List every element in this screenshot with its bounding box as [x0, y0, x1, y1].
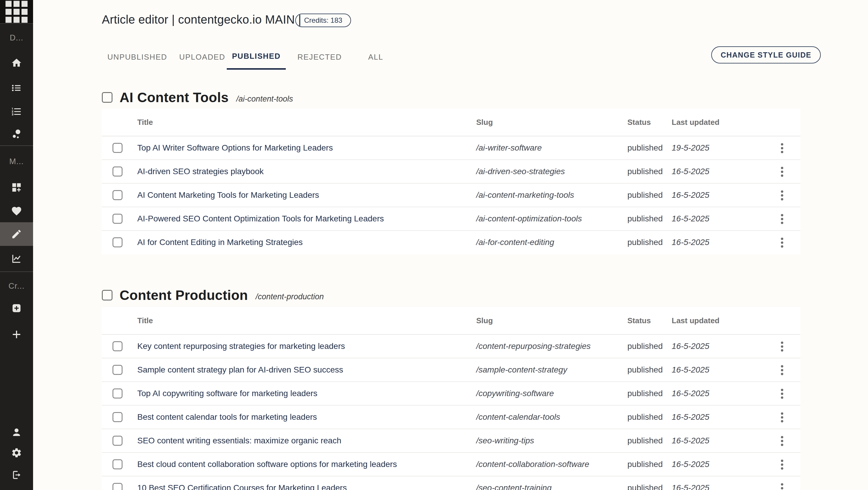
tab-uploaded[interactable]: UPLOADED [173, 44, 232, 70]
kebab-menu-icon[interactable] [777, 458, 787, 471]
section-header-ai-content-tools: AI Content Tools /ai-content-tools [102, 90, 293, 105]
row-checkbox[interactable] [113, 190, 123, 200]
row-title[interactable]: Best cloud content collaboration softwar… [137, 453, 397, 476]
row-title[interactable]: AI Content Marketing Tools for Marketing… [137, 184, 319, 207]
section-slug: /ai-content-tools [236, 94, 293, 103]
tab-rejected[interactable]: REJECTED [291, 44, 348, 70]
row-date: 16-5-2025 [672, 405, 709, 429]
sidebar-item-dashboard-add[interactable] [0, 178, 33, 197]
sidebar-item-list[interactable] [0, 79, 33, 97]
kebab-menu-icon[interactable] [777, 189, 787, 202]
kebab-menu-icon[interactable] [777, 410, 787, 424]
sidebar-group-label-text: Cr... [8, 282, 25, 291]
articles-table-ai-content-tools: Title Slug Status Last updated Top AI Wr… [102, 109, 800, 254]
row-status: published [627, 136, 663, 159]
row-checkbox[interactable] [113, 143, 123, 153]
row-date: 16-5-2025 [672, 429, 709, 452]
row-checkbox[interactable] [113, 483, 123, 490]
kebab-menu-icon[interactable] [777, 236, 787, 249]
row-checkbox[interactable] [113, 459, 123, 469]
row-checkbox[interactable] [113, 365, 123, 375]
kebab-menu-icon[interactable] [777, 142, 787, 155]
articles-table-content-production: Title Slug Status Last updated Key conte… [102, 307, 800, 490]
table-row: Best content calendar tools for marketin… [102, 405, 800, 429]
row-status: published [627, 405, 663, 429]
sidebar-item-favorites[interactable] [0, 202, 33, 220]
credits-badge-label: Credits: 183 [304, 16, 342, 25]
tab-unpublished[interactable]: UNPUBLISHED [103, 44, 171, 70]
sidebar-item-home[interactable] [0, 54, 33, 72]
row-checkbox[interactable] [113, 412, 123, 422]
row-slug: /ai-for-content-editing [476, 231, 554, 254]
credits-badge: Credits: 183 [295, 13, 351, 27]
row-checkbox[interactable] [113, 214, 123, 224]
kebab-menu-icon[interactable] [777, 387, 787, 401]
sidebar-group-label: D... [0, 28, 33, 47]
row-slug: /seo-content-training [476, 477, 552, 490]
sidebar-item-editor-active[interactable] [0, 225, 33, 244]
row-title[interactable]: Top AI Writer Software Options for Marke… [137, 136, 333, 159]
row-title[interactable]: AI-driven SEO strategies playbook [137, 160, 264, 183]
row-title[interactable]: Best content calendar tools for marketin… [137, 405, 317, 429]
row-checkbox[interactable] [113, 341, 123, 351]
sidebar-item-account[interactable] [0, 423, 33, 441]
table-row: Key content repurposing strategies for m… [102, 335, 800, 358]
kebab-menu-icon[interactable] [777, 434, 787, 448]
sidebar-item-analytics[interactable] [0, 249, 33, 268]
sidebar-apps-button[interactable] [0, 0, 33, 24]
section-checkbox[interactable] [102, 290, 113, 301]
line-chart-icon [11, 253, 22, 264]
plus-icon [11, 329, 22, 340]
kebab-menu-icon[interactable] [777, 340, 787, 353]
change-style-guide-button[interactable]: CHANGE STYLE GUIDE [711, 47, 821, 63]
tab-all[interactable]: ALL [353, 44, 399, 70]
row-status: published [627, 453, 663, 476]
sidebar-divider [0, 272, 33, 272]
sidebar-group-label: Cr... [0, 277, 33, 296]
row-title[interactable]: Top AI copywriting software for marketin… [137, 382, 317, 405]
row-slug: /ai-content-optimization-tools [476, 207, 582, 230]
kebab-menu-icon[interactable] [777, 363, 787, 377]
bubble-chart-icon [11, 128, 22, 139]
row-checkbox[interactable] [113, 237, 123, 247]
column-header-status: Status [627, 307, 651, 334]
row-checkbox[interactable] [113, 166, 123, 177]
row-title[interactable]: Key content repurposing strategies for m… [137, 335, 345, 358]
row-date: 16-5-2025 [672, 231, 709, 254]
sidebar-item-settings[interactable] [0, 443, 33, 462]
row-status: published [627, 477, 663, 490]
sidebar-group-label-text: D... [10, 33, 23, 42]
table-row: Best cloud content collaboration softwar… [102, 453, 800, 477]
row-title[interactable]: SEO content writing essentials: maximize… [137, 429, 341, 452]
sidebar-item-add-box[interactable] [0, 299, 33, 317]
row-title[interactable]: AI-Powered SEO Content Optimization Tool… [137, 207, 384, 230]
section-checkbox[interactable] [102, 92, 113, 103]
table-row: Sample content strategy plan for AI-driv… [102, 358, 800, 382]
sidebar-item-logout[interactable] [0, 465, 33, 484]
row-checkbox[interactable] [113, 436, 123, 446]
table-row: Top AI Writer Software Options for Marke… [102, 136, 800, 160]
add-box-icon [11, 303, 22, 314]
sidebar-item-clusters[interactable] [0, 124, 33, 143]
row-date: 16-5-2025 [672, 453, 709, 476]
column-header-title: Title [137, 307, 153, 334]
kebab-menu-icon[interactable] [777, 165, 787, 179]
tab-published[interactable]: PUBLISHED [227, 44, 286, 70]
row-date: 16-5-2025 [672, 184, 709, 207]
user-icon [11, 427, 22, 438]
row-title[interactable]: 10 Best SEO Certification Courses for Ma… [137, 477, 347, 490]
kebab-menu-icon[interactable] [777, 482, 787, 490]
sidebar-item-add[interactable] [0, 325, 33, 344]
table-header-row: Title Slug Status Last updated [102, 307, 800, 335]
row-title[interactable]: Sample content strategy plan for AI-driv… [137, 358, 343, 381]
sidebar-item-ordered-list[interactable] [0, 102, 33, 121]
table-row: AI-driven SEO strategies playbook /ai-dr… [102, 160, 800, 184]
row-date: 16-5-2025 [672, 207, 709, 230]
row-title[interactable]: AI for Content Editing in Marketing Stra… [137, 231, 303, 254]
kebab-menu-icon[interactable] [777, 212, 787, 226]
column-header-last-updated: Last updated [672, 307, 719, 334]
column-header-status: Status [627, 109, 651, 136]
page-title: Article editor | contentgecko.io MAIN | [102, 13, 302, 26]
row-status: published [627, 382, 663, 405]
row-checkbox[interactable] [113, 389, 123, 398]
